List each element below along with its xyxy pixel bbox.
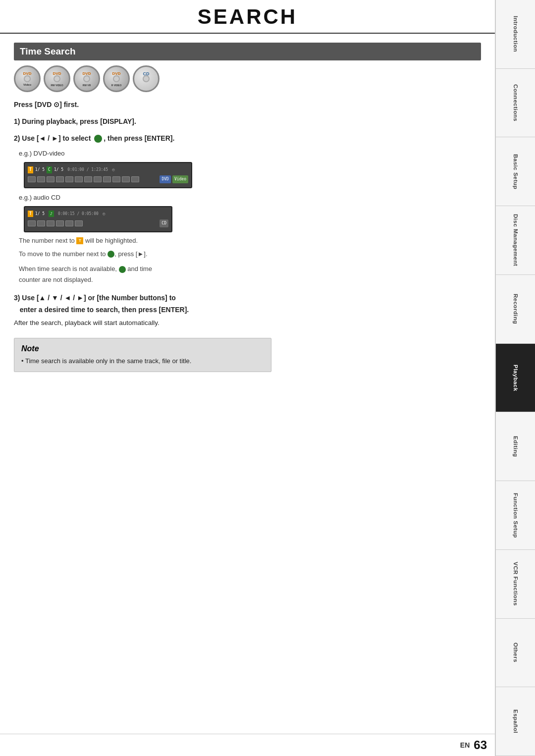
sidebar-tab-vcr-functions[interactable]: VCR Functions — [496, 550, 535, 619]
example-1-label: e.g.) DVD-video — [19, 148, 481, 159]
note-title: Note — [21, 344, 264, 353]
sidebar-tab-function-setup[interactable]: Function Setup — [496, 481, 535, 550]
content-area: Time Search DVD Video DVD RW VIDEO DVD R… — [0, 34, 495, 734]
disc-icon-dvd-video: DVD Video — [14, 65, 41, 92]
note-content: • Time search is available only in the s… — [21, 356, 264, 366]
sidebar-tab-introduction[interactable]: Introduction — [496, 0, 535, 69]
note-text-1: The number next to T will be highlighted… — [19, 235, 481, 246]
page-title: SEARCH — [0, 5, 495, 29]
page-title-bar: SEARCH — [0, 0, 495, 34]
step-3-sub: After the search, playback will start au… — [14, 318, 481, 329]
press-line: Press [DVD ⊙] first. — [14, 99, 481, 111]
step-3: 3) Use [▲ / ▼ / ◄ / ►] or [the Number bu… — [14, 292, 481, 316]
example-2-label: e.g.) audio CD — [19, 192, 481, 203]
note-text-2: To move to the number next to , press [►… — [19, 249, 481, 260]
note-text-3: When time search is not available, and t… — [19, 264, 481, 285]
section-header: Time Search — [14, 43, 481, 60]
screen-mockup-2: T 1/ 5 ♪ 0:00:15 / 0:05:00 ⊕ CD — [24, 206, 172, 232]
disc-icon-dvd-rw-vr: DVD RW VR — [73, 65, 100, 92]
disc-icon-dvd-r-video: DVD R VIDEO — [103, 65, 130, 92]
sidebar-tab-others[interactable]: Others — [496, 619, 535, 688]
sidebar-tab-connections[interactable]: Connections — [496, 69, 535, 138]
sidebar-tab-disc-management[interactable]: Disc Management — [496, 206, 535, 275]
main-content: SEARCH Time Search DVD Video DVD RW VIDE… — [0, 0, 495, 756]
sidebar-tab-editing[interactable]: Editing — [496, 412, 535, 481]
disc-icons-row: DVD Video DVD RW VIDEO DVD RW VR DVD R V… — [14, 65, 481, 92]
sidebar: Introduction Connections Basic Setup Dis… — [495, 0, 535, 756]
screen-mockup-1: T 1/ 5 C 1/ 5 0:01:00 / 1:23:45 ⊕ — [24, 162, 192, 188]
sidebar-tab-espanol[interactable]: Español — [496, 687, 535, 756]
instructions: Press [DVD ⊙] first. 1) During playback,… — [14, 99, 481, 329]
bottom-bar: EN 63 — [0, 734, 495, 756]
disc-icon-dvd-rw-video: DVD RW VIDEO — [44, 65, 70, 92]
sidebar-tab-basic-setup[interactable]: Basic Setup — [496, 137, 535, 206]
page-number: 63 — [474, 738, 487, 752]
note-box: Note • Time search is available only in … — [14, 338, 271, 373]
step-2: 2) Use [◄ / ►] to select , then press [E… — [14, 133, 481, 145]
sidebar-tab-playback[interactable]: Playback — [496, 344, 535, 413]
step-1: 1) During playback, press [DISPLAY]. — [14, 116, 481, 128]
page-label: EN — [460, 741, 470, 749]
disc-icon-cd: CD — [133, 65, 160, 92]
sidebar-tab-recording[interactable]: Recording — [496, 275, 535, 344]
